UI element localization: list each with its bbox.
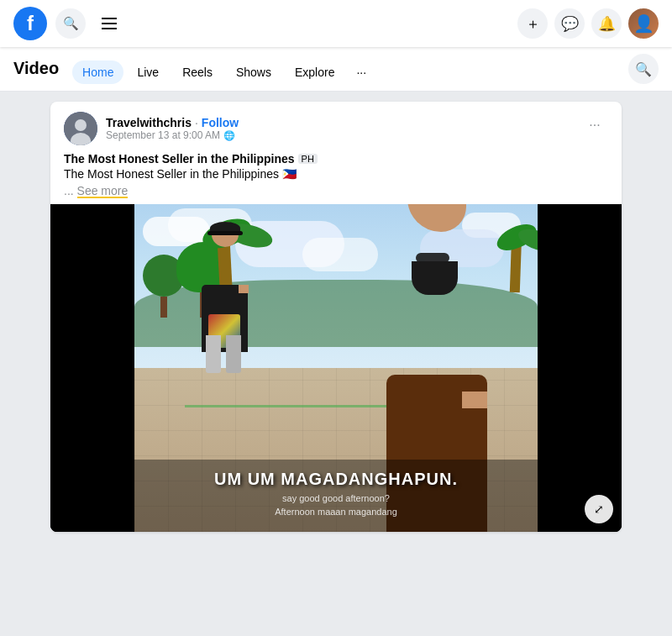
subtitle-secondary-text: say good good afternoon? Afternoon maaan… [148, 492, 524, 518]
expand-icon: ⤢ [594, 502, 604, 516]
post-title-line1: The Most Honest Seller in the Philippine… [64, 152, 608, 166]
post-text-area: The Most Honest Seller in the Philippine… [50, 152, 622, 204]
post-options-button[interactable]: ··· [581, 112, 608, 139]
post-time-text: September 13 at 9:00 AM [106, 129, 220, 141]
video-expand-button[interactable]: ⤢ [585, 495, 613, 523]
post-separator: · [195, 116, 198, 129]
video-scene: UM UM MAGADANGHAPUN. say good good after… [134, 204, 538, 532]
top-navigation: f 🔍 ＋ 💬 🔔 👤 [0, 0, 672, 47]
facebook-logo[interactable]: f [13, 7, 47, 40]
globe-icon: 🌐 [223, 130, 235, 141]
video-section-title: Video [13, 59, 59, 87]
video-nav-tabs: Home Live Reels Shows Explore ··· [72, 60, 628, 84]
create-button[interactable]: ＋ [517, 8, 548, 39]
post-author-line: Travelwithchris · Follow [106, 116, 239, 129]
video-subtitle-bar: UM UM MAGADANGHAPUN. say good good after… [134, 460, 538, 532]
hamburger-line [102, 23, 117, 24]
ph-badge: PH [298, 154, 318, 164]
messenger-icon[interactable]: 💬 [554, 8, 585, 39]
post-author-avatar[interactable] [64, 112, 97, 145]
post-header-left: Travelwithchris · Follow September 13 at… [64, 112, 239, 145]
post-title-line2: The Most Honest Seller in the Philippine… [64, 167, 608, 181]
user-avatar[interactable]: 👤 [628, 8, 659, 39]
video-container[interactable]: UM UM MAGADANGHAPUN. say good good after… [50, 204, 622, 532]
post-meta: Travelwithchris · Follow September 13 at… [106, 116, 239, 141]
post-timestamp: September 13 at 9:00 AM 🌐 [106, 129, 239, 141]
avatar-image [64, 112, 97, 145]
hamburger-line [102, 28, 117, 29]
main-content: Travelwithchris · Follow September 13 at… [0, 92, 672, 542]
tab-home[interactable]: Home [72, 60, 123, 84]
post-follow-button[interactable]: Follow [202, 116, 239, 129]
tab-reels[interactable]: Reels [172, 60, 223, 84]
see-more-line: ... See more [64, 184, 608, 197]
video-search-button[interactable]: 🔍 [628, 54, 659, 84]
hamburger-line [102, 18, 117, 19]
nav-left: f 🔍 [13, 7, 124, 40]
see-more-link[interactable]: See more [77, 184, 129, 197]
notifications-icon[interactable]: 🔔 [591, 8, 622, 39]
nav-right: ＋ 💬 🔔 👤 [517, 8, 659, 39]
tab-live[interactable]: Live [127, 60, 169, 84]
video-section-header: Video Home Live Reels Shows Explore ··· … [0, 47, 672, 92]
tab-more[interactable]: ··· [348, 60, 375, 84]
palm-tree [511, 234, 521, 292]
person-left [202, 285, 248, 440]
video-black-bar-right [538, 204, 622, 532]
video-frame[interactable]: UM UM MAGADANGHAPUN. say good good after… [50, 204, 622, 532]
post-header: Travelwithchris · Follow September 13 at… [50, 102, 622, 152]
subtitle-main-text: UM UM MAGADANGHAPUN. [148, 470, 524, 489]
hamburger-menu-button[interactable] [94, 8, 124, 39]
post-card: Travelwithchris · Follow September 13 at… [50, 102, 622, 532]
tab-explore[interactable]: Explore [285, 60, 344, 84]
post-author-name[interactable]: Travelwithchris [106, 116, 192, 129]
search-icon[interactable]: 🔍 [55, 8, 86, 39]
cloud [302, 238, 378, 271]
svg-point-1 [75, 119, 87, 131]
video-black-bar-left [50, 204, 134, 532]
tab-shows[interactable]: Shows [226, 60, 281, 84]
